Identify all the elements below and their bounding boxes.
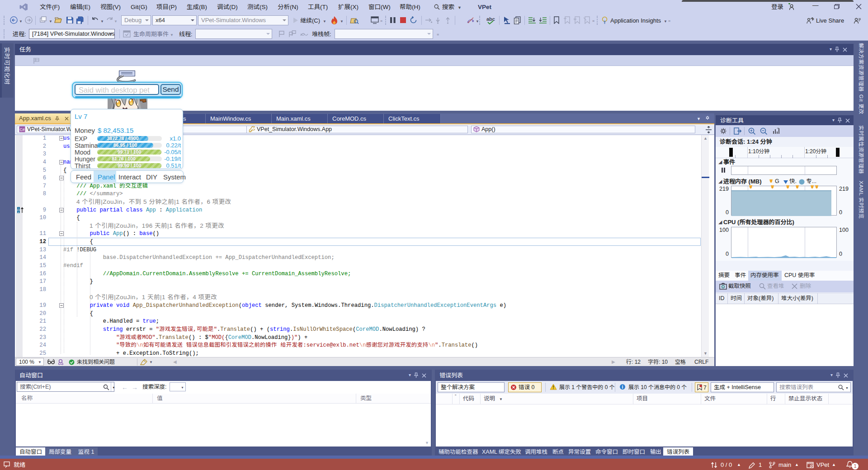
svg-text:!: ! xyxy=(552,385,554,390)
svg-text:I: I xyxy=(18,207,19,210)
svg-text:o: o xyxy=(18,210,19,213)
svg-text:i: i xyxy=(622,385,623,390)
svg-text:C#: C# xyxy=(20,127,25,132)
